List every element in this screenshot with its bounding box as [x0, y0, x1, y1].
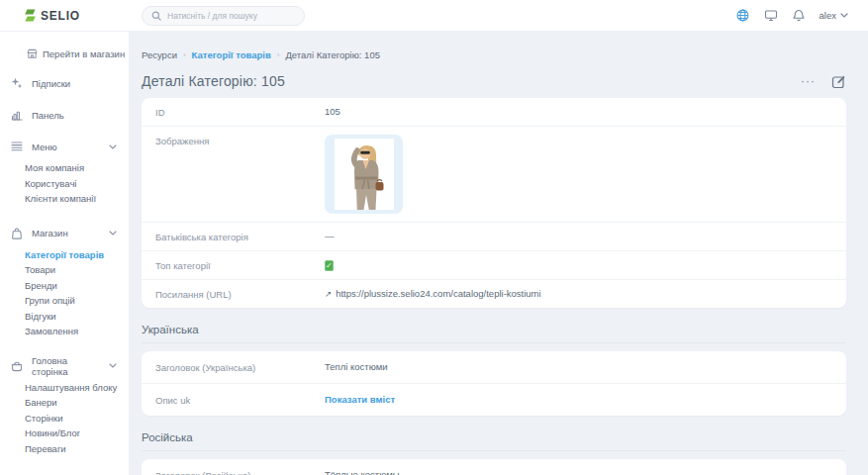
- row-value: 105: [325, 106, 340, 117]
- chevron-down-icon: [109, 231, 117, 236]
- sidebar-item-orders[interactable]: Замовлення: [25, 324, 129, 339]
- category-details-card: ID 105 Зображення: [142, 98, 846, 308]
- store-link-label: Перейти в магазин: [43, 48, 125, 59]
- storefront-icon: [27, 48, 38, 59]
- sidebar-item-panel[interactable]: Панель: [0, 101, 129, 129]
- external-link-icon: ↗: [325, 289, 332, 299]
- detail-row-description-uk: Опис uk Показати вміст: [142, 384, 846, 416]
- detail-row-title-ru: Заголовок (Російська) Тёплые костюмы: [142, 459, 846, 475]
- menu-lines-icon: [10, 142, 24, 151]
- sidebar-item-block-settings[interactable]: Налаштування блоку: [25, 380, 129, 396]
- show-content-link-uk[interactable]: Показати вміст: [325, 394, 395, 405]
- row-value: Тёплые костюмы: [325, 469, 400, 475]
- sidebar-item-brands[interactable]: Бренди: [25, 278, 129, 294]
- category-photo: [335, 139, 394, 210]
- row-label: ID: [155, 106, 325, 118]
- row-value: Теплі костюми: [325, 361, 388, 372]
- sidebar-item-product-categories[interactable]: Категорії товарів: [25, 247, 129, 263]
- breadcrumb-separator: ›: [277, 50, 280, 59]
- row-value: —: [325, 231, 335, 241]
- main-content: Ресурси › Категорії товарів › Деталі Кат…: [129, 0, 868, 475]
- sidebar-item-reviews[interactable]: Відгуки: [25, 309, 129, 325]
- detail-row-url: Посилання (URL) ↗ https://plussize.selio…: [142, 280, 846, 308]
- detail-row-image: Зображення: [142, 127, 846, 223]
- sidebar-item-company-clients[interactable]: Клієнти компанії: [25, 191, 129, 207]
- top-category-checkbox[interactable]: ✓: [325, 260, 334, 271]
- sidebar-group-label: Головна сторінка: [32, 355, 101, 377]
- sidebar: Перейти в магазин Підписки Панель: [0, 32, 129, 475]
- sidebar-item-my-company[interactable]: Моя компанія: [25, 160, 129, 176]
- sidebar-group-label: Магазин: [32, 228, 101, 238]
- row-label: Батьківська категорія: [155, 231, 325, 242]
- russian-section-card: Заголовок (Російська) Тёплые костюмы Опи…: [142, 459, 846, 475]
- ukrainian-section-card: Заголовок (Українська) Теплі костюми Опи…: [142, 351, 846, 416]
- sidebar-item-benefits[interactable]: Переваги: [25, 441, 129, 457]
- sidebar-submenu: Моя компанія Користувачі Клієнти компані…: [0, 160, 129, 207]
- app-header: SELIO: [0, 0, 868, 32]
- search-icon: [151, 11, 161, 21]
- sidebar-item-label: Підписки: [32, 78, 117, 89]
- sidebar-submenu: Налаштування блоку Банери Сторінки Новин…: [0, 380, 129, 457]
- url-text: https://plussize.selio24.com/catalog/tep…: [336, 288, 541, 299]
- detail-row-id: ID 105: [142, 98, 846, 127]
- logo[interactable]: SELIO: [0, 9, 129, 23]
- sidebar-group-shop[interactable]: Магазин: [0, 220, 129, 247]
- selio-logo-icon: [24, 9, 37, 22]
- section-title-russian: Російська: [142, 431, 846, 451]
- edit-icon[interactable]: [831, 74, 846, 89]
- sidebar-group-label: Меню: [32, 142, 101, 152]
- breadcrumb: Ресурси › Категорії товарів › Деталі Кат…: [142, 49, 846, 60]
- sidebar-item-pages[interactable]: Сторінки: [25, 411, 129, 427]
- globe-icon[interactable]: [736, 9, 749, 22]
- sidebar-item-option-groups[interactable]: Групи опцій: [25, 293, 129, 309]
- sidebar-store-link[interactable]: Перейти в магазин: [0, 32, 129, 65]
- breadcrumb-resources[interactable]: Ресурси: [142, 49, 177, 60]
- shopping-bag-icon: [10, 228, 24, 239]
- more-icon[interactable]: ···: [801, 76, 816, 86]
- user-menu[interactable]: alex: [820, 10, 848, 21]
- detail-row-parent-category: Батьківська категорія —: [142, 223, 846, 251]
- bar-chart-icon: [10, 109, 24, 121]
- user-name: alex: [820, 10, 836, 21]
- breadcrumb-separator: ›: [183, 50, 186, 59]
- sidebar-item-subscriptions[interactable]: Підписки: [0, 69, 129, 97]
- detail-row-top-category: Топ категорії ✓: [142, 251, 846, 280]
- category-image[interactable]: [325, 135, 403, 214]
- section-title-ukrainian: Українська: [142, 324, 846, 343]
- category-url-link[interactable]: ↗ https://plussize.selio24.com/catalog/t…: [325, 288, 541, 299]
- sidebar-group-settings[interactable]: Налаштування: [0, 469, 129, 475]
- search-input[interactable]: [167, 11, 295, 21]
- sidebar-group-menu[interactable]: Меню: [0, 133, 129, 160]
- sidebar-item-news-blog[interactable]: Новини/Блог: [25, 426, 129, 441]
- row-label: Заголовок (Російська): [155, 469, 325, 475]
- global-search[interactable]: [142, 6, 305, 26]
- chevron-down-icon: [109, 144, 117, 149]
- page-actions: ···: [801, 74, 846, 89]
- row-label: Топ категорії: [155, 259, 325, 271]
- breadcrumb-current: Деталі Категорію: 105: [285, 49, 380, 60]
- row-label: Зображення: [155, 135, 325, 146]
- row-label: Опис uk: [155, 394, 325, 406]
- sidebar-item-users[interactable]: Користувачі: [25, 176, 129, 192]
- detail-row-title-uk: Заголовок (Українська) Теплі костюми: [142, 351, 846, 384]
- header-actions: alex: [736, 9, 868, 22]
- sidebar-item-banners[interactable]: Банери: [25, 395, 129, 411]
- page-title: Деталі Категорію: 105: [142, 73, 285, 89]
- logo-text: SELIO: [41, 9, 80, 23]
- page-header: Деталі Категорію: 105 ···: [142, 73, 846, 89]
- breadcrumb-categories-link[interactable]: Категорії товарів: [192, 49, 271, 60]
- sidebar-submenu: Категорії товарів Товари Бренди Групи оп…: [0, 247, 129, 339]
- bell-icon[interactable]: [793, 9, 805, 22]
- row-label: Посилання (URL): [155, 288, 325, 300]
- sidebar-item-label: Панель: [32, 110, 117, 121]
- basket-icon: [10, 360, 24, 372]
- sidebar-group-homepage[interactable]: Головна сторінка: [0, 352, 129, 380]
- chevron-down-icon: [109, 363, 117, 368]
- sparkles-icon: [10, 77, 24, 89]
- chevron-down-icon: [840, 13, 848, 18]
- monitor-icon[interactable]: [764, 9, 778, 22]
- row-label: Заголовок (Українська): [155, 361, 325, 373]
- sidebar-item-products[interactable]: Товари: [25, 262, 129, 278]
